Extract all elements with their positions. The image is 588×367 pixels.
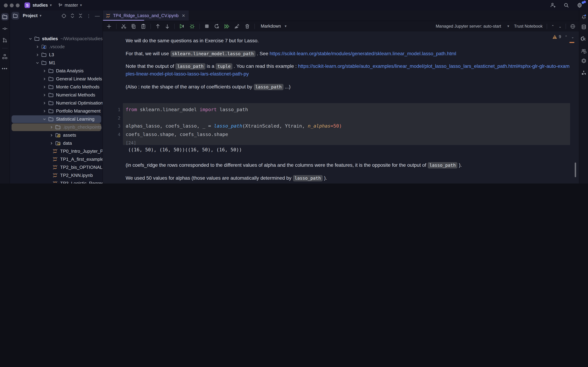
tree-item-statistical-learning[interactable]: Statistical Learning [10,115,103,123]
folder-icon [48,92,55,98]
markdown-cell[interactable]: For that, we will use sklearn.linear_mod… [126,50,571,57]
hyperlink[interactable]: https://scikit-learn.org/stable/modules/… [270,51,456,56]
cut-cell-button[interactable] [121,24,126,29]
git-tool-button[interactable] [2,38,7,43]
tree-item-tp2-bis-optional-ipynb[interactable]: TP2_bis_OPTIONAL.ipynb [10,163,103,171]
panel-title[interactable]: Project [23,13,38,18]
plugins-tool-button[interactable] [581,70,586,75]
chevron-down-icon[interactable] [41,117,48,121]
tab-notebook[interactable]: TP4_Ridge_Lasso_and_CV.ipynb ✕ [103,10,189,21]
run-all-cells-button[interactable] [224,24,230,29]
folder-assets-icon [55,133,62,138]
tree-item-label: Monte Carlo Methods [56,84,100,90]
tab-close-icon[interactable]: ✕ [182,13,185,18]
window-close-button[interactable] [4,3,8,7]
chevron-right-icon[interactable] [41,77,48,81]
folder-icon [48,117,55,122]
tree-item-data[interactable]: data [10,139,103,147]
branch-selector[interactable]: master [65,3,78,8]
commit-tool-button[interactable] [2,26,7,31]
add-cell-button[interactable] [106,24,112,29]
restart-kernel-button[interactable] [214,23,219,29]
paste-cell-button[interactable] [141,24,146,29]
structure-tool-button[interactable] [2,54,7,59]
tree-item-assets[interactable]: assets [10,131,103,139]
next-warning-icon[interactable]: ⌃ [571,35,574,39]
more-tools-button[interactable]: ••• [2,66,8,71]
tree-item-numerical-methods[interactable]: Numerical Methods [10,91,103,99]
tree-item-tp2-knn-ipynb[interactable]: TP2_KNN.ipynb [10,171,103,179]
stop-kernel-button[interactable] [204,24,209,29]
tree-item-label: TP0_Intro_Jupyter_Python.ipynb [60,149,103,154]
expand-all-button[interactable] [70,13,75,18]
chevron-right-icon[interactable] [34,45,41,48]
collapse-all-button[interactable] [78,13,83,18]
prev-cell-button[interactable]: ⌃ [551,24,554,28]
locate-file-button[interactable] [61,13,67,18]
tree-item-numerical-optimisation[interactable]: Numerical Optimisation [10,99,103,107]
project-view-button[interactable] [12,12,19,20]
copy-cell-button[interactable] [131,24,136,29]
markdown-cell[interactable]: (in coefs_ridge the rows corresponded to… [126,161,571,169]
move-cell-up-button[interactable] [156,24,160,29]
tree-item-tp0-intro-jupyter-python-ipynb[interactable]: TP0_Intro_Jupyter_Python.ipynb [10,147,103,155]
markdown-text: We will do the same questions as in Exer… [126,38,259,43]
delete-cell-button[interactable] [245,24,250,29]
jupyter-server-dropdown[interactable]: Managed Jupyter server: auto-start [436,24,501,29]
chevron-right-icon[interactable] [34,53,41,57]
kubernetes-tool-button[interactable] [581,58,587,63]
chevron-right-icon[interactable] [41,101,48,105]
clear-outputs-button[interactable] [234,23,240,29]
tree-item-path: ~/Workspace/studies [60,36,103,41]
settings-gear-icon[interactable] [577,2,582,8]
trust-notebook-button[interactable]: Trust Notebook [514,24,543,29]
notebook-icon [106,13,111,18]
markdown-cell[interactable]: We used 50 values for alphas (those valu… [126,174,571,182]
chevron-down-icon[interactable] [26,37,34,40]
tree-item-tp3-logistic-regression-and-ipynb[interactable]: TP3_Logistic_Regression_and.ipynb [10,179,103,184]
code-with-me-tool-button[interactable] [581,48,587,54]
add-user-button[interactable] [550,2,556,8]
window-zoom-button[interactable] [16,3,20,7]
hide-panel-button[interactable]: — [95,13,100,18]
chevron-right-icon[interactable] [48,141,55,145]
r-graphics-tool-button[interactable]: R [581,36,587,41]
browser-preview-icon[interactable] [570,24,575,29]
tree-item-data-analysis[interactable]: Data Analysis [10,67,103,75]
tree-item-general-linear-models[interactable]: General Linear Models [10,75,103,83]
tree-item--ipynb-checkpoints[interactable]: .ipynb_checkpoints [10,123,103,131]
run-cell-button[interactable] [179,23,185,29]
tree-item-monte-carlo-methods[interactable]: Monte Carlo Methods [10,83,103,91]
chevron-right-icon[interactable] [48,133,55,137]
database-tool-button[interactable] [581,24,586,30]
markdown-text: ). [323,175,327,181]
panel-options-button[interactable]: ⋮ [86,13,91,18]
project-selector[interactable]: studies [33,3,48,8]
tree-item-tp1-a-first-example-ipynb[interactable]: TP1_A_first_example.ipynb [10,155,103,163]
cell-type-dropdown[interactable]: Markdown▼ [261,24,287,29]
tree-item-l3[interactable]: L3 [10,51,103,59]
chevron-right-icon[interactable] [41,85,48,89]
project-tool-button[interactable] [1,13,9,20]
move-cell-down-button[interactable] [165,24,170,29]
chevron-right-icon[interactable] [41,109,48,113]
markdown-cell[interactable]: Note that the output of lasso_path is a … [126,62,571,78]
editor-scrollbar-thumb[interactable] [575,163,576,177]
tree-item-portfolio-management[interactable]: Portfolio Management [10,107,103,115]
chevron-down-icon[interactable] [34,61,41,65]
markdown-text: (Also : note the shape of the array of c… [126,84,254,90]
chevron-right-icon[interactable] [41,69,48,73]
next-cell-button[interactable]: ⌃ [558,24,562,28]
chevron-right-icon[interactable] [48,125,55,129]
window-minimize-button[interactable] [10,3,14,7]
tree-item--vscode[interactable]: .vscode [10,43,103,51]
notifications-bell-icon[interactable] [581,14,586,19]
code-cell[interactable]: 1from sklearn.linear_model import lasso_… [103,103,579,145]
search-icon[interactable] [563,2,569,8]
markdown-cell[interactable]: (Also : note the shape of the array of c… [126,83,571,91]
tree-item-m1[interactable]: M1 [10,59,103,67]
tree-item-studies[interactable]: studies~/Workspace/studies [10,35,103,43]
debug-cell-button[interactable] [189,23,195,29]
chevron-right-icon[interactable] [41,93,48,97]
markdown-cell[interactable]: We will do the same questions as in Exer… [126,37,571,44]
